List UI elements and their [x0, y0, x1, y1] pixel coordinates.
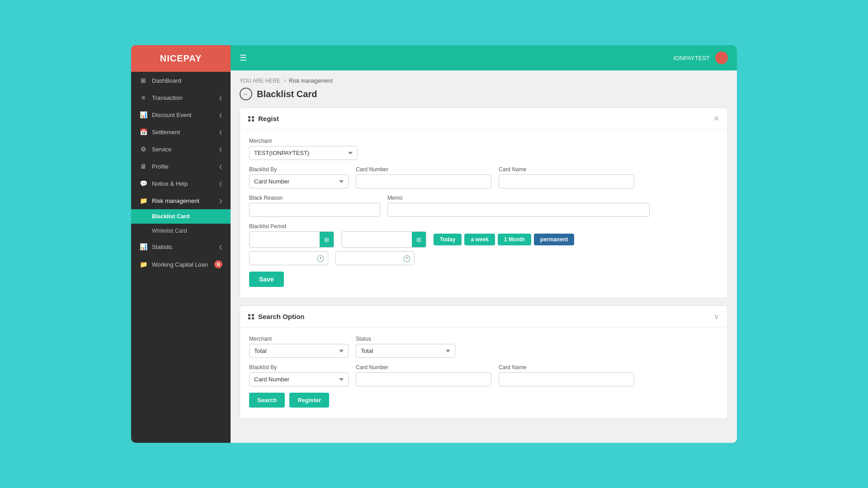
notice-icon: 💬: [139, 180, 147, 187]
sidebar-item-notice[interactable]: 💬 Notice & Help ❮: [131, 175, 231, 192]
sidebar: NICEPAY ⊞ DashBoard ≡ Transaction ❮: [131, 45, 231, 443]
dashboard-icon: ⊞: [139, 77, 147, 84]
search-card-name-label: Card Name: [499, 364, 634, 371]
sidebar-item-discount[interactable]: 📊 Discount Event ❮: [131, 106, 231, 123]
new-badge: N: [214, 260, 222, 268]
blacklist-by-col: Blacklist By Card Number: [249, 166, 349, 188]
topbar: ☰ IONPAYTEST: [231, 45, 737, 70]
period-row: 20-10-2022 ⊞ 20-11-2022 ⊞: [249, 231, 718, 248]
search-card-number-label: Card Number: [356, 364, 491, 371]
search-panel-body: Merchant Total Status Total: [240, 328, 727, 418]
page-content: YOU ARE HERE > Risk management ← Blackli…: [231, 70, 737, 443]
sidebar-item-label: Profile: [152, 163, 169, 170]
sidebar-item-label: Notice & Help: [152, 180, 188, 187]
search-card-number-col: Card Number: [356, 364, 491, 386]
search-status-select[interactable]: Total: [356, 344, 455, 358]
card-number-input[interactable]: [356, 174, 491, 188]
settlement-icon: 📅: [139, 128, 147, 136]
grid-icon: [248, 314, 255, 319]
search-status-label: Status: [356, 336, 455, 342]
back-button[interactable]: ←: [240, 88, 252, 100]
period-buttons: Today a week 1 Month permanent: [434, 234, 574, 245]
search-merchant-status-row: Merchant Total Status Total: [249, 336, 718, 358]
hamburger-icon[interactable]: ☰: [240, 53, 247, 63]
sidebar-item-statistic[interactable]: 📊 Statistic ❮: [131, 238, 231, 255]
today-button[interactable]: Today: [434, 234, 462, 245]
end-date-calendar-btn[interactable]: ⊞: [412, 232, 426, 247]
sidebar-subitem-whitelist[interactable]: Whitelist Card: [131, 224, 231, 238]
sidebar-nav: ⊞ DashBoard ≡ Transaction ❮ 📊 D: [131, 72, 231, 443]
search-blacklist-by-select[interactable]: Card Number: [249, 372, 349, 386]
discount-icon: 📊: [139, 111, 147, 118]
search-panel-title: Search Option: [248, 313, 305, 320]
sidebar-item-working-capital[interactable]: 📁 Working Capital Loan N: [131, 255, 231, 273]
sidebar-item-settlement[interactable]: 📅 Settlement ❮: [131, 123, 231, 141]
start-time-input[interactable]: 00:00: [250, 252, 313, 265]
regist-panel-body: Merchant TEST(IONPAYTEST) Blacklist By C…: [240, 130, 727, 298]
clock-icon: 🕐: [313, 255, 328, 262]
panel-close-button[interactable]: ✕: [713, 114, 719, 123]
regist-panel-header: Regist ✕: [240, 108, 727, 130]
chevron-icon: ❮: [219, 130, 222, 135]
sidebar-subitem-blacklist[interactable]: Blacklist Card: [131, 209, 231, 224]
breadcrumb-separator: >: [283, 78, 286, 84]
sidebar-item-profile[interactable]: 🖥 Profile ❮: [131, 158, 231, 175]
black-reason-label: Black Reason: [249, 195, 380, 201]
card-name-input[interactable]: [499, 174, 634, 188]
sidebar-item-service[interactable]: ⚙ Service ❮: [131, 141, 231, 158]
black-reason-input[interactable]: [249, 203, 380, 217]
panel-collapse-button[interactable]: ∨: [714, 312, 719, 321]
card-name-col: Card Name: [499, 166, 634, 188]
memo-input[interactable]: [387, 203, 650, 217]
chevron-icon: ❯: [219, 198, 222, 203]
service-icon: ⚙: [139, 145, 147, 153]
chevron-icon: ❮: [219, 164, 222, 169]
search-card-number-input[interactable]: [356, 372, 491, 386]
end-date-input[interactable]: 20-11-2022: [342, 233, 412, 246]
search-buttons-row: Search Register: [249, 393, 718, 408]
start-date-wrap: 20-10-2022 ⊞: [249, 231, 334, 248]
sidebar-item-transaction[interactable]: ≡ Transaction ❮: [131, 89, 231, 106]
memo-col: Memo: [387, 195, 650, 217]
chevron-icon: ❮: [219, 95, 222, 100]
card-number-label: Card Number: [356, 166, 491, 173]
breadcrumb-current: Risk management: [289, 78, 333, 84]
merchant-select[interactable]: TEST(IONPAYTEST): [249, 146, 358, 160]
start-date-calendar-btn[interactable]: ⊞: [320, 232, 334, 247]
end-date-wrap: 20-11-2022 ⊞: [341, 231, 426, 248]
blacklist-by-select[interactable]: Card Number: [249, 174, 349, 188]
search-merchant-select[interactable]: Total: [249, 344, 349, 358]
blacklist-by-label: Blacklist By: [249, 166, 349, 173]
sidebar-item-dashboard[interactable]: ⊞ DashBoard: [131, 72, 231, 89]
month-button[interactable]: 1 Month: [498, 234, 531, 245]
save-btn-wrap: Save: [249, 272, 718, 287]
search-button[interactable]: Search: [249, 393, 285, 408]
clock-icon: 🕐: [399, 255, 414, 262]
transaction-icon: ≡: [139, 94, 147, 101]
search-blacklist-row: Blacklist By Card Number Card Number Ca: [249, 364, 718, 386]
save-button[interactable]: Save: [249, 272, 284, 287]
time-row: 00:00 🕐 24:00 🕐: [249, 251, 718, 265]
permanent-button[interactable]: permanent: [534, 234, 574, 245]
start-time-wrap: 00:00 🕐: [249, 251, 328, 265]
breadcrumb-home: YOU ARE HERE: [240, 78, 280, 84]
sidebar-item-risk[interactable]: 📁 Risk management ❯: [131, 192, 231, 209]
chevron-icon: ❮: [219, 113, 222, 117]
card-number-col: Card Number: [356, 166, 491, 188]
sidebar-item-label: Working Capital Loan: [152, 261, 208, 268]
regist-panel: Regist ✕ Merchant TEST(IONPAYTEST): [240, 108, 728, 298]
start-date-input[interactable]: 20-10-2022: [250, 233, 320, 246]
sidebar-item-label: Discount Event: [152, 112, 191, 118]
sidebar-item-label: Risk management: [152, 197, 199, 204]
sidebar-logo: NICEPAY: [131, 45, 231, 72]
register-button[interactable]: Register: [289, 393, 329, 408]
search-card-name-input[interactable]: [499, 372, 634, 386]
statistic-icon: 📊: [139, 243, 147, 250]
search-merchant-label: Merchant: [249, 336, 349, 342]
search-blacklist-by-label: Blacklist By: [249, 364, 349, 371]
end-time-input[interactable]: 24:00: [336, 252, 399, 265]
sidebar-item-label: Service: [152, 146, 171, 153]
week-button[interactable]: a week: [464, 234, 495, 245]
merchant-group: Merchant TEST(IONPAYTEST): [249, 138, 718, 160]
working-capital-icon: 📁: [139, 261, 147, 268]
